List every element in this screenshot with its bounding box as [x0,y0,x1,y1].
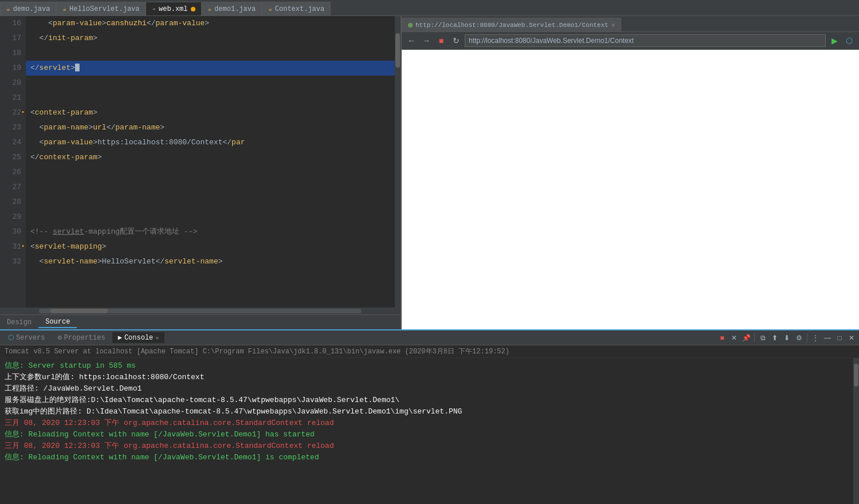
line-num-25: 25 [0,150,21,165]
tab-context-java[interactable]: ☕ Context.java [262,2,331,15]
tab-label: Context.java [275,5,324,13]
browser-tab-label: http://localhost:8080/JavaWeb.Servlet.De… [415,22,609,29]
forward-button[interactable]: → [420,34,433,47]
code-line-19: </servlet>█ [26,61,395,76]
maximize-button[interactable]: □ [834,333,845,343]
stop-button[interactable]: ■ [435,34,448,47]
line-num-20: 20 [0,76,21,90]
tab-label: demo.java [13,5,50,13]
tab-label: web.xml [159,5,187,13]
line-num-17: 17 [0,31,21,46]
log-line-4: 服务器磁盘上的绝对路径:D:\Idea\Tomcat\apache-tomcat… [5,395,849,406]
browser-tab-close-icon[interactable]: ✕ [611,21,615,29]
line-num-26: 26 [0,165,21,180]
line-num-16: 16 [0,16,21,31]
line-num-24: 24 [0,135,21,150]
code-scroll: 16 17 18 19 20 21 22 23 24 25 26 27 28 2… [0,16,401,308]
log-line-2: 上下文参数url的值: https:localhost:8080/Context [5,372,849,383]
browser-tab-bar: http://localhost:8080/JavaWeb.Servlet.De… [402,16,859,32]
line-num-31: 31 [0,239,21,254]
log-line-5: 获取img中的图片路径: D:\Idea\Tomcat\apache-tomca… [5,406,849,418]
tab-label: HelloServlet.java [69,5,139,13]
tab-hello-servlet[interactable]: ☕ HelloServlet.java [56,2,146,15]
code-line-21 [26,90,395,105]
minimize-button[interactable]: — [822,333,833,343]
console-vscroll-thumb[interactable] [854,364,858,387]
browser-pane: http://localhost:8080/JavaWeb.Servlet.De… [401,16,859,329]
prev-button[interactable]: ⬆ [770,333,780,343]
line-num-22: 22 [0,105,21,120]
code-line-32: <servlet-name>HelloServlet</servlet-name… [26,254,395,269]
xml-icon: ✦ [152,5,156,13]
browser-tab[interactable]: http://localhost:8080/JavaWeb.Servlet.De… [402,18,621,32]
editor-hscroll-thumb[interactable] [50,309,108,313]
panel-tab-properties-label: Properties [64,334,105,342]
code-line-22: <context-param> [26,105,395,120]
log-line-1: 信息: Server startup in 585 ms [5,360,849,372]
editor-vscroll[interactable] [395,16,401,308]
disconnect-button[interactable]: ✕ [729,333,739,343]
code-line-29 [26,210,395,225]
line-num-29: 29 [0,210,21,225]
main-content: 16 17 18 19 20 21 22 23 24 25 26 27 28 2… [0,16,859,329]
log-line-6: 三月 08, 2020 12:23:03 下午 org.apache.catal… [5,418,849,429]
editor-hscroll[interactable] [0,308,401,314]
log-line-9: 信息: Reloading Context with name [/JavaWe… [5,452,849,463]
line-num-18: 18 [0,46,21,61]
line-num-19: 19 [0,61,21,76]
tab-demo-java[interactable]: ☕ demo.java [0,2,56,15]
browser-content [402,50,859,329]
editor-hscroll-track[interactable] [39,309,362,313]
settings-button[interactable]: ⋮ [810,333,821,343]
server-icon: ⬡ [8,333,14,342]
line-num-21: 21 [0,90,21,105]
code-area[interactable]: 16 17 18 19 20 21 22 23 24 25 26 27 28 2… [0,16,401,308]
code-line-23: <param-name>url</param-name> [26,120,395,135]
filter-button[interactable]: ⚙ [794,333,804,343]
java-icon: ☕ [268,5,272,13]
close-panel-button[interactable]: ✕ [846,333,857,343]
console-path-text: Tomcat v8.5 Server at localhost [Apache … [5,348,509,356]
code-lines[interactable]: <param-value>canshuzhi</param-value> </i… [26,16,395,308]
code-line-24: <param-value>https:localhost:8080/Contex… [26,135,395,150]
code-line-31: <servlet-mapping> [26,239,395,254]
code-line-28 [26,195,395,210]
console-area: 信息: Server startup in 585 ms 上下文参数url的值:… [0,358,859,504]
java-icon: ☕ [62,5,66,13]
line-numbers: 16 17 18 19 20 21 22 23 24 25 26 27 28 2… [0,16,26,308]
stop-server-button[interactable]: ■ [717,333,727,343]
tab-web-xml[interactable]: ✦ web.xml [146,2,201,15]
editor-tab-bar: ☕ demo.java ☕ HelloServlet.java ✦ web.xm… [0,0,859,16]
back-button[interactable]: ← [405,34,418,47]
panel-tab-console[interactable]: ▶ Console ✕ [112,332,165,343]
java-icon: ☕ [6,5,10,13]
console-close-icon[interactable]: ✕ [155,334,159,341]
code-line-26 [26,165,395,180]
log-line-8: 三月 08, 2020 12:23:03 下午 org.apache.catal… [5,440,849,452]
code-line-16: <param-value>canshuzhi</param-value> [26,16,395,31]
console-icon: ▶ [118,333,122,342]
console-path: Tomcat v8.5 Server at localhost [Apache … [0,345,859,358]
refresh-button[interactable]: ↻ [450,34,462,47]
console-vscroll[interactable] [853,358,859,504]
code-line-27 [26,180,395,195]
tab-source[interactable]: Source [38,317,77,328]
line-num-23: 23 [0,120,21,135]
pin-button[interactable]: 📌 [741,333,751,343]
panel-tab-properties[interactable]: ⚙ Properties [52,332,111,343]
tab-label: demo1.java [214,5,256,13]
next-button[interactable]: ⬇ [782,333,792,343]
bottom-panel: ⬡ Servers ⚙ Properties ▶ Console ✕ ■ ✕ 📌… [0,329,859,504]
tab-demo1-java[interactable]: ☕ demo1.java [202,2,262,15]
console-scroll-area: 信息: Server startup in 585 ms 上下文参数url的值:… [0,358,853,504]
copy-button[interactable]: ⧉ [758,333,768,343]
log-line-7: 信息: Reloading Context with name [/JavaWe… [5,429,849,440]
line-num-28: 28 [0,195,21,210]
tab-design[interactable]: Design [0,317,38,328]
open-browser-button[interactable]: ⬡ [843,34,856,47]
go-button[interactable]: ▶ [828,34,841,47]
editor-vscroll-thumb[interactable] [395,33,400,68]
console-output[interactable]: 信息: Server startup in 585 ms 上下文参数url的值:… [0,358,853,504]
panel-tab-servers[interactable]: ⬡ Servers [2,332,50,343]
address-bar[interactable] [465,34,826,47]
